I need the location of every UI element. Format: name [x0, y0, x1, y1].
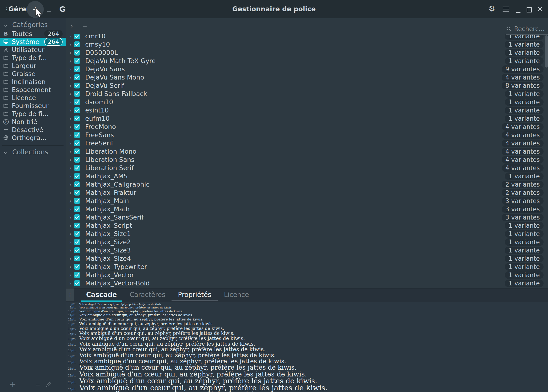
expander-chevron-icon[interactable]: › [68, 214, 73, 221]
expander-chevron-icon[interactable]: › [68, 280, 73, 287]
font-row[interactable]: ›Liberation Mono4 variantes [66, 147, 548, 155]
search-input[interactable] [514, 25, 548, 33]
font-row[interactable]: ›MathJax_Math3 variantes [66, 205, 548, 213]
font-enabled-checkbox[interactable] [74, 107, 80, 113]
font-row[interactable]: ›D050000L1 variante [66, 49, 548, 57]
sidebar-item-orthographe[interactable]: Orthogra… [0, 134, 66, 142]
font-row[interactable]: ›MathJax_Vector-Bold1 variante [66, 279, 548, 287]
expander-chevron-icon[interactable]: › [68, 263, 73, 270]
font-row[interactable]: ›FreeSerif4 variantes [66, 139, 548, 147]
font-enabled-checkbox[interactable] [74, 66, 80, 72]
remove-fonts-button[interactable] [45, 4, 52, 14]
expander-chevron-icon[interactable]: › [68, 140, 73, 147]
tab-caracteres[interactable]: Caractères [123, 288, 172, 302]
font-row[interactable]: ›MathJax_Main3 variantes [66, 197, 548, 205]
sidebar-item-inclinaison[interactable]: Inclinaison [0, 78, 66, 86]
font-row[interactable]: ›DejaVu Serif8 variantes [66, 81, 548, 90]
font-enabled-checkbox[interactable] [74, 74, 80, 80]
font-enabled-checkbox[interactable] [74, 165, 80, 171]
font-enabled-checkbox[interactable] [74, 157, 80, 163]
sidebar-item-espacement[interactable]: Espacement [0, 86, 66, 94]
font-row[interactable]: ›esint101 variante [66, 106, 548, 114]
font-row[interactable]: ›MathJax_SansSerif3 variantes [66, 213, 548, 221]
expander-chevron-icon[interactable]: › [68, 115, 73, 122]
font-row[interactable]: ›Liberation Sans4 variantes [66, 155, 548, 164]
font-enabled-checkbox[interactable] [74, 124, 80, 130]
font-row[interactable]: ›Liberation Serif4 variantes [66, 164, 548, 172]
font-row[interactable]: ›MathJax_Typewriter1 variante [66, 263, 548, 271]
tab-proprietes[interactable]: Propriétés [172, 288, 218, 302]
tab-cascade[interactable]: Cascade [80, 288, 123, 302]
expander-chevron-icon[interactable]: › [68, 156, 73, 163]
g-button[interactable]: G [59, 5, 65, 14]
font-row[interactable]: ›MathJax_Script1 variante [66, 221, 548, 230]
expander-chevron-icon[interactable]: › [68, 272, 73, 279]
expander-chevron-icon[interactable]: › [68, 197, 73, 204]
font-enabled-checkbox[interactable] [74, 206, 80, 212]
font-row[interactable]: ›MathJax_Size21 variante [66, 238, 548, 246]
sidebar-item-toutes[interactable]: BToutes264 [0, 30, 66, 38]
font-row[interactable]: ›DejaVu Math TeX Gyre1 variante [66, 57, 548, 65]
font-enabled-checkbox[interactable] [74, 190, 80, 196]
sidebar-item-type-de-fonderie[interactable]: Type de f… [0, 54, 66, 62]
sidebar-item-licence[interactable]: Licence [0, 94, 66, 102]
expander-chevron-icon[interactable]: › [68, 230, 73, 238]
font-row[interactable]: ›MathJax_Caligraphic2 variantes [66, 180, 548, 189]
minimize-button[interactable] [515, 5, 522, 14]
edit-pencil-icon[interactable] [46, 381, 52, 388]
font-enabled-checkbox[interactable] [74, 83, 80, 89]
font-enabled-checkbox[interactable] [74, 148, 80, 154]
expander-chevron-icon[interactable]: › [68, 82, 73, 89]
font-enabled-checkbox[interactable] [74, 58, 80, 64]
font-row[interactable]: ›dsrom101 variante [66, 98, 548, 106]
scrollbar-thumb[interactable] [545, 35, 548, 68]
sidebar-item-utilisateur[interactable]: Utilisateur [0, 46, 66, 54]
expander-chevron-icon[interactable]: › [68, 173, 73, 180]
font-enabled-checkbox[interactable] [74, 42, 80, 47]
font-enabled-checkbox[interactable] [74, 231, 80, 237]
expander-chevron-icon[interactable]: › [68, 66, 73, 73]
expander-chevron-icon[interactable]: › [68, 49, 73, 56]
tab-licence[interactable]: Licence [218, 288, 255, 302]
font-row[interactable]: ›cmsy101 variante [66, 40, 548, 49]
font-enabled-checkbox[interactable] [74, 239, 80, 245]
expander-chevron-icon[interactable]: › [68, 189, 73, 196]
font-enabled-checkbox[interactable] [74, 173, 80, 179]
panel-handle-dots-icon[interactable]: ⋮ [66, 288, 74, 301]
categories-section-header[interactable]: Catégories [0, 20, 66, 30]
font-enabled-checkbox[interactable] [74, 140, 80, 146]
sidebar-item-graisse[interactable]: Graisse [0, 70, 66, 78]
expander-chevron-icon[interactable]: › [68, 148, 73, 155]
font-row[interactable]: ›FreeSans4 variantes [66, 131, 548, 139]
expander-chevron-icon[interactable]: › [68, 132, 73, 139]
preferences-gear-icon[interactable]: ⚙ [488, 4, 495, 13]
font-row[interactable]: ›MathJax_Size11 variante [66, 230, 548, 238]
expander-chevron-icon[interactable]: › [68, 74, 73, 81]
expander-chevron-icon[interactable]: › [68, 107, 73, 114]
font-row[interactable]: ›MathJax_Vector1 variante [66, 271, 548, 279]
font-enabled-checkbox[interactable] [74, 264, 80, 270]
font-enabled-checkbox[interactable] [74, 272, 80, 278]
collections-section-header[interactable]: Collections [0, 147, 66, 157]
font-enabled-checkbox[interactable] [74, 132, 80, 138]
expander-chevron-icon[interactable]: › [68, 238, 73, 246]
remove-collection-button[interactable] [36, 385, 40, 385]
font-row[interactable]: ›FreeMono4 variantes [66, 123, 548, 131]
sidebar-item-systeme[interactable]: Système264 [0, 38, 66, 46]
sidebar-item-type-de-fichier[interactable]: Type de fi… [0, 110, 66, 118]
font-enabled-checkbox[interactable] [74, 256, 80, 261]
maximize-button[interactable] [527, 7, 532, 13]
font-row[interactable]: ›DejaVu Sans9 variantes [66, 65, 548, 73]
sidebar-item-fournisseur[interactable]: Fournisseur [0, 102, 66, 110]
close-button[interactable] [537, 7, 543, 12]
expander-chevron-icon[interactable]: › [68, 222, 73, 229]
font-row[interactable]: ›MathJax_Size41 variante [66, 254, 548, 263]
font-enabled-checkbox[interactable] [74, 214, 80, 220]
expander-chevron-icon[interactable]: › [68, 206, 73, 213]
font-row[interactable]: ›Droid Sans Fallback1 variante [66, 90, 548, 98]
expander-chevron-icon[interactable]: › [68, 181, 73, 188]
font-enabled-checkbox[interactable] [74, 91, 80, 97]
font-enabled-checkbox[interactable] [74, 182, 80, 187]
font-row[interactable]: ›MathJax_Size31 variante [66, 246, 548, 254]
font-enabled-checkbox[interactable] [74, 50, 80, 56]
